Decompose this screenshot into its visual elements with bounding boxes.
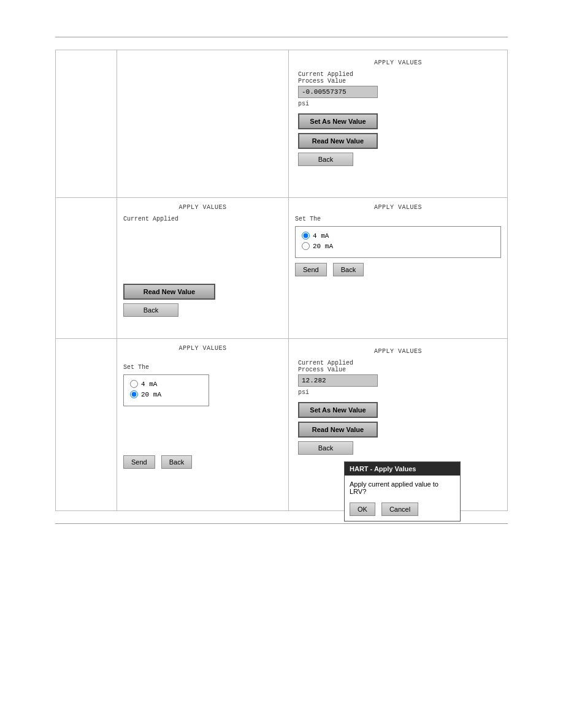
row3-col2-radio-4ma[interactable]: 4 mA: [130, 380, 202, 388]
row2-col2-back-button[interactable]: Back: [123, 303, 178, 317]
row1-col1: [56, 50, 117, 197]
row1-col2: [117, 50, 289, 197]
row3-col3-value-input[interactable]: [298, 374, 378, 387]
row3-col3-current-applied-label: Current Applied Process Value: [298, 360, 498, 373]
row2-col3-send-button[interactable]: Send: [295, 263, 327, 276]
row2-col3-radio-4ma[interactable]: 4 mA: [302, 232, 494, 240]
dialog-title: HART - Apply Values: [345, 462, 460, 476]
row1-set-as-new-value-button[interactable]: Set As New Value: [298, 113, 378, 129]
row3-col2-section-title: APPLY VALUES: [123, 345, 282, 352]
row3-col2-radio-20ma[interactable]: 20 mA: [130, 390, 202, 398]
row3-col2-send-button[interactable]: Send: [123, 455, 155, 469]
row3-col3-set-as-new-value-button[interactable]: Set As New Value: [298, 402, 378, 418]
row3-col2-send-back-row: Send Back: [123, 455, 282, 469]
row1-value-input[interactable]: [298, 86, 378, 98]
row2-col3-set-the-label: Set The: [295, 216, 501, 222]
row1-back-button[interactable]: Back: [298, 153, 353, 166]
row2-col3-back-button[interactable]: Back: [333, 263, 364, 276]
row3-col2: APPLY VALUES Set The 4 mA 20 mA: [117, 339, 289, 510]
row2-col3-radio-20ma[interactable]: 20 mA: [302, 242, 494, 250]
dialog-body: Apply current applied value to LRV?: [345, 476, 460, 500]
row3-col3-section-title: APPLY VALUES: [298, 348, 498, 355]
row2-col3: APPLY VALUES Set The 4 mA 20 mA Send Bac…: [289, 198, 507, 338]
row1-col3: APPLY VALUES Current Applied Process Val…: [289, 50, 507, 197]
row2-col2-read-new-value-button[interactable]: Read New Value: [123, 284, 215, 300]
row2-col2-current-label: Current Applied: [123, 216, 282, 222]
dialog-cancel-button[interactable]: Cancel: [381, 502, 418, 516]
row3-col3-read-new-value-button[interactable]: Read New Value: [298, 422, 378, 438]
row3-col3-back-button[interactable]: Back: [298, 441, 353, 455]
row2-col3-section-title: APPLY VALUES: [295, 204, 501, 211]
row2-col2: APPLY VALUES Current Applied HART - Appl…: [117, 198, 289, 338]
row1-section-title: APPLY VALUES: [298, 59, 498, 66]
row3-col2-radio-group: 4 mA 20 mA: [123, 374, 209, 406]
dialog-box: HART - Apply Values Apply current applie…: [344, 461, 461, 521]
dialog-buttons: OK Cancel: [345, 500, 460, 521]
row3-col2-back-button[interactable]: Back: [161, 455, 192, 469]
dialog-ok-button[interactable]: OK: [350, 502, 375, 516]
row2-col3-send-back-row: Send Back: [295, 263, 501, 276]
row1-read-new-value-button[interactable]: Read New Value: [298, 133, 378, 149]
row3-col2-set-the-label: Set The: [123, 364, 282, 371]
row2-col3-radio-group: 4 mA 20 mA: [295, 226, 501, 258]
row3-col1: [56, 339, 117, 510]
row2-col2-section-title: APPLY VALUES: [123, 204, 282, 211]
row1-unit: psi: [298, 100, 498, 107]
row2-col1: [56, 198, 117, 338]
row3-col3-unit: psi: [298, 389, 498, 396]
row1-current-applied-label: Current Applied Process Value: [298, 71, 498, 85]
